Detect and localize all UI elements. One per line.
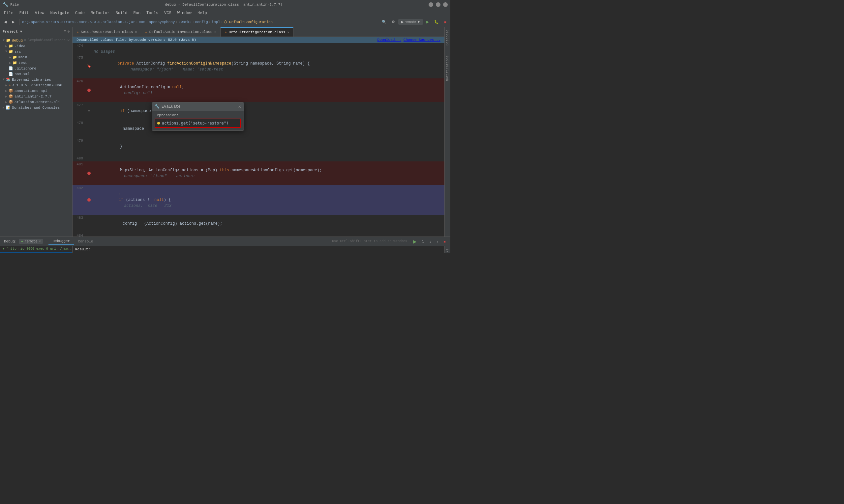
tree-item-idea[interactable]: ▶ 📁 .idea bbox=[0, 43, 72, 49]
breakpoint-481[interactable] bbox=[87, 172, 91, 175]
tab-default-action-invocation[interactable]: ☕ DefaultActionInvocation.class ✕ bbox=[141, 28, 221, 37]
sidebar-collapse[interactable]: ≡ bbox=[64, 29, 66, 34]
tree-item-src[interactable]: ▼ 📁 src bbox=[0, 49, 72, 54]
debug-step-over[interactable]: ⤵ bbox=[420, 238, 426, 245]
bookmark-475: 🔖 bbox=[87, 64, 91, 70]
breadcrumb-part-3[interactable]: opensymphony bbox=[149, 20, 175, 24]
tab-icon-3: ☕ bbox=[225, 30, 227, 34]
sidebar-gear[interactable]: ⚙ bbox=[67, 29, 70, 34]
toolbar-settings[interactable]: ⚙ bbox=[390, 19, 397, 25]
breadcrumb-part-5[interactable]: config bbox=[195, 20, 208, 24]
menu-view[interactable]: View bbox=[32, 10, 47, 16]
eval-dot bbox=[157, 122, 160, 125]
tree-item-external-libs[interactable]: ▼ 📚 External Libraries bbox=[0, 77, 72, 82]
bottom-tab-debugger[interactable]: Debugger bbox=[49, 238, 74, 245]
title-bar: 🔧 File debug - DefaultConfiguration.clas… bbox=[0, 0, 450, 9]
bookmarks-label[interactable]: Bookmarks bbox=[446, 249, 449, 253]
debug-session-icon: ● bbox=[21, 239, 23, 244]
var-row-result[interactable]: ▼ oo result = {ActionConfig@67086} *{Act… bbox=[72, 253, 444, 253]
result-label: Result: bbox=[72, 246, 444, 253]
tree-item-jdk[interactable]: ▶ ☕ < 1.8 > D:\usr\jdk\8u66 bbox=[0, 82, 72, 88]
code-line-474: 474 bbox=[72, 43, 444, 49]
debug-stop[interactable]: ■ bbox=[442, 238, 448, 245]
debug-session-close[interactable]: ✕ bbox=[39, 239, 41, 244]
evaluate-title: Evaluate bbox=[161, 104, 181, 109]
evaluate-dialog-title-bar: 🔧 Evaluate ✕ bbox=[152, 103, 244, 111]
tree-item-gitignore[interactable]: ▶ 📄 .gitignore bbox=[0, 66, 72, 71]
menu-file[interactable]: File bbox=[1, 10, 16, 16]
debug-step-out[interactable]: ↑ bbox=[434, 238, 441, 245]
bottom-tab-console[interactable]: Console bbox=[74, 238, 97, 245]
evaluate-dialog-body: Expression: actions.get("setup-restore") bbox=[152, 111, 244, 130]
tab-setup-restore[interactable]: ☕ SetupRestoreAction.class ✕ bbox=[72, 28, 141, 37]
breadcrumb-part-4[interactable]: xwork2 bbox=[178, 20, 192, 24]
menu-run[interactable]: Run bbox=[131, 10, 143, 16]
close-button[interactable] bbox=[443, 2, 448, 7]
toolbar-back[interactable]: ◀ bbox=[2, 19, 8, 25]
download-link[interactable]: Download... bbox=[378, 38, 401, 42]
toolbar-debug[interactable]: 🐛 bbox=[432, 19, 441, 25]
info-bar-text: Decompiled .class file, bytecode version… bbox=[76, 38, 196, 42]
info-bar: Decompiled .class file, bytecode version… bbox=[72, 37, 444, 43]
minimize-button[interactable] bbox=[429, 2, 433, 7]
code-line-hint: no usages bbox=[72, 49, 444, 55]
menu-tools[interactable]: Tools bbox=[144, 10, 161, 16]
tabs-bar: ☕ SetupRestoreAction.class ✕ ☕ DefaultAc… bbox=[72, 27, 444, 37]
far-right-bar: Database Notifications bbox=[444, 27, 450, 236]
debug-resume[interactable]: ▶ bbox=[411, 238, 419, 245]
toolbar-run[interactable]: ▶ bbox=[424, 19, 431, 25]
menu-edit[interactable]: Edit bbox=[17, 10, 32, 16]
evaluate-close-button[interactable]: ✕ bbox=[238, 104, 241, 109]
toolbar: ◀ ▶ org.apache.struts.struts2-core-6.3.0… bbox=[0, 17, 450, 27]
tab-close-2[interactable]: ✕ bbox=[214, 30, 216, 34]
debug-text: Debug: bbox=[4, 239, 17, 244]
database-label[interactable]: Database bbox=[446, 30, 449, 46]
toolbar-forward[interactable]: ▶ bbox=[10, 19, 16, 25]
watch-icon-477: ◇ bbox=[88, 108, 90, 114]
debug-session-badge[interactable]: ● remote ✕ bbox=[19, 239, 43, 244]
breadcrumb-part-2[interactable]: com bbox=[139, 20, 145, 24]
tree-item-scratches[interactable]: ▶ 📝 Scratches and Consoles bbox=[0, 105, 72, 110]
breadcrumb: org.apache.struts.struts2-core-6.3.0-atl… bbox=[22, 20, 273, 24]
code-line-484: 484 if (config == null) { bbox=[72, 233, 444, 236]
breakpoint-476[interactable] bbox=[87, 89, 91, 92]
debug-frame-find-action[interactable]: findActionConfigInNamespace:57 bbox=[0, 252, 72, 253]
code-line-476: 476 ActionConfig config = null; config: … bbox=[72, 78, 444, 102]
debug-frame-http[interactable]: ● "http-nio-8090-exec-9 url: /jso..." bbox=[0, 246, 72, 252]
tree-item-main[interactable]: ▶ 📁 main bbox=[0, 54, 72, 60]
breadcrumb-part-1[interactable]: org.apache.struts.struts2-core-6.3.0-atl… bbox=[22, 20, 135, 24]
tab-default-configuration[interactable]: ☕ DefaultConfiguration.class ✕ bbox=[221, 28, 293, 37]
notifications-label[interactable]: Notifications bbox=[446, 55, 449, 81]
menu-help[interactable]: Help bbox=[195, 10, 210, 16]
expression-input[interactable]: actions.get("setup-restore") bbox=[155, 119, 241, 128]
toolbar-stop[interactable]: ■ bbox=[442, 19, 448, 25]
breadcrumb-part-6[interactable]: impl bbox=[212, 20, 220, 24]
menu-code[interactable]: Code bbox=[72, 10, 87, 16]
tree-item-annotations[interactable]: ▶ 📦 annotations-api bbox=[0, 88, 72, 93]
menu-refactor[interactable]: Refactor bbox=[88, 10, 113, 16]
tab-close-1[interactable]: ✕ bbox=[135, 30, 137, 34]
menu-navigate[interactable]: Navigate bbox=[48, 10, 72, 16]
breakpoint-482[interactable] bbox=[87, 198, 91, 202]
evaluate-dialog: 🔧 Evaluate ✕ Expression: actions.get("se… bbox=[152, 102, 244, 131]
bottom-layout: ● "http-nio-8090-exec-9 url: /jso..." fi… bbox=[0, 246, 450, 253]
main-layout: Project ▼ ≡ ⚙ ▼ 📁 debug D:\exphub\Conflu… bbox=[0, 27, 450, 236]
tree-item-pom[interactable]: ▶ 📄 pom.xml bbox=[0, 71, 72, 77]
choose-sources-link[interactable]: Choose Sources... bbox=[403, 38, 441, 42]
tree-item-atlassian-secrets[interactable]: ▶ 📦 atlassian-secrets-cli bbox=[0, 99, 72, 105]
tab-close-3[interactable]: ✕ bbox=[287, 30, 289, 34]
toolbar-search[interactable]: 🔍 bbox=[380, 19, 389, 25]
tree-item-antlr[interactable]: ▶ 📦 antlr_antlr-2.7.7 bbox=[0, 93, 72, 99]
breadcrumb-part-7[interactable]: ⬡ DefaultConfiguration bbox=[224, 20, 273, 24]
tree-item-test[interactable]: ▶ 📁 test bbox=[0, 60, 72, 66]
debug-step-in[interactable]: ↓ bbox=[427, 238, 433, 245]
menu-build[interactable]: Build bbox=[113, 10, 130, 16]
tree-item-debug[interactable]: ▼ 📁 debug D:\exphub\Confluence\CVE-2023-… bbox=[0, 38, 72, 43]
expression-label: Expression: bbox=[155, 113, 241, 117]
toolbar-remote[interactable]: ▶ remote ▼ bbox=[398, 19, 423, 25]
maximize-button[interactable] bbox=[436, 2, 441, 7]
menu-vcs[interactable]: VCS bbox=[161, 10, 174, 16]
sidebar: Project ▼ ≡ ⚙ ▼ 📁 debug D:\exphub\Conflu… bbox=[0, 27, 72, 236]
code-editor[interactable]: 474 no usages 475 🔖 private ActionConfig… bbox=[72, 43, 444, 236]
menu-window[interactable]: Window bbox=[175, 10, 194, 16]
